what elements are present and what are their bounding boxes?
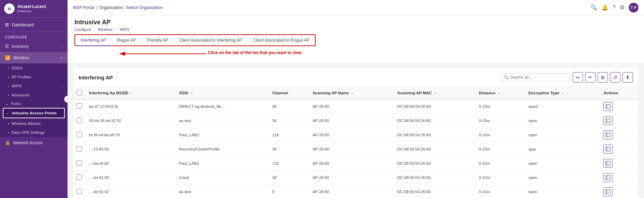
sort-ssid[interactable]: ≡ — [191, 92, 193, 95]
cell-bssid-2: bc:f6:e4:ba:a9:70 — [86, 128, 176, 142]
tab-interfering-ap[interactable]: Interfering AP — [75, 35, 112, 46]
arrow-svg — [74, 46, 282, 63]
tab-client-interfering[interactable]: Client Associated to Interfering AP — [174, 35, 247, 46]
help-icon[interactable]: ? — [612, 5, 616, 11]
cell-scanning-mac-5: DC:08:56:54:26:60 — [394, 171, 475, 185]
sort-scanning-mac[interactable]: ≡ — [434, 92, 436, 95]
breadcrumb-sep1: – — [94, 27, 96, 32]
sidebar-item-wips[interactable]: ● WIPS › — [0, 81, 68, 91]
sidebar-item-advanced[interactable]: ● Advanced — [0, 91, 68, 100]
cell-channel-5: 36 — [269, 171, 309, 185]
settings-icon[interactable]: ⚙ — [620, 4, 625, 11]
page-header: Intrusive AP Configure – Wireless – WIPS… — [68, 15, 644, 64]
cell-ssid-1: ax-test — [176, 114, 269, 128]
svg-rect-2 — [606, 104, 610, 109]
row-checkbox-0[interactable] — [77, 103, 82, 109]
header-encryption: Encryption Type ≡ — [525, 87, 600, 99]
wireless-arrow: ∧ — [60, 56, 63, 60]
toolbar-edit-btn[interactable]: ✏ — [585, 72, 596, 83]
wireless-attacks-label: Wireless Attacks — [11, 121, 41, 126]
row-checkbox-1[interactable] — [77, 118, 82, 123]
bell-icon[interactable]: 🔔 — [601, 4, 608, 11]
wireless-label: Wireless — [13, 55, 60, 60]
sort-scanning-name[interactable]: ≡ — [351, 92, 353, 95]
action-expand-5[interactable] — [603, 173, 612, 182]
sidebar-item-intrusive-access-points[interactable]: ● Intrusive Access Points — [3, 108, 65, 118]
sidebar-item-rf-profiles[interactable]: ● RF Profiles — [0, 72, 68, 81]
switch-org-link[interactable]: Switch Organization — [126, 5, 163, 10]
brand-sub: Enterprise — [17, 9, 46, 13]
sidebar-item-wireless[interactable]: 📶 Wireless ∧ — [0, 52, 68, 63]
action-expand-1[interactable] — [603, 116, 612, 125]
cell-distance-6: 0-15m — [475, 185, 525, 198]
cell-ssid-4: Paul_LAB2 — [176, 156, 269, 171]
cell-channel-1: 36 — [269, 114, 309, 128]
sidebar-item-network-access[interactable]: 🔒 Network Access — [0, 137, 68, 148]
ssids-label: SSIDs — [11, 66, 23, 70]
action-expand-2[interactable] — [603, 130, 612, 139]
cell-encryption-5: open — [525, 171, 600, 185]
tab-friendly-ap[interactable]: Friendly AP — [141, 35, 174, 46]
sidebar-collapse-button[interactable]: ‹ — [64, 96, 71, 103]
sidebar-item-dashboard[interactable]: ⊞ Dashboard — [0, 18, 68, 32]
table-row: ...:ba:c6:d0 Paul_LAB2 132 AP-26:60 DC:0… — [73, 156, 638, 171]
cell-encryption-2: open — [525, 128, 600, 142]
row-checkbox-5[interactable] — [77, 174, 82, 180]
policy-text: Policy — [11, 102, 21, 106]
header-checkbox-col — [73, 87, 86, 99]
sidebar-item-wireless-attacks[interactable]: ● Wireless Attacks — [0, 119, 68, 128]
cell-checkbox-1 — [73, 114, 86, 128]
toolbar-refresh-btn[interactable]: ↺ — [610, 72, 620, 83]
logo-letter: n — [8, 6, 11, 11]
policy-label: ● Policy — [0, 100, 68, 107]
header-actions: Actions — [600, 87, 638, 99]
toolbar-expand-btn[interactable]: ⇔ — [573, 72, 583, 83]
cell-scanning-name-0: AP-26:60 — [309, 99, 394, 114]
search-icon[interactable]: 🔍 — [590, 4, 597, 11]
tab-rogue-ap[interactable]: Rogue AP — [112, 35, 141, 46]
row-checkbox-3[interactable] — [77, 146, 82, 152]
breadcrumb-wireless[interactable]: Wireless — [98, 27, 113, 32]
rf-bullet: ● — [8, 76, 9, 78]
wips-arrow: › — [62, 84, 63, 88]
tab-client-rogue[interactable]: Client Associated to Rogue AP — [248, 35, 315, 46]
msp-portal-link[interactable]: MSP Portal — [73, 5, 94, 10]
sort-distance[interactable]: ≡ — [498, 92, 500, 95]
sidebar-item-inventory[interactable]: ☰ Inventory › — [0, 41, 68, 52]
sidebar-item-data-vpn[interactable]: ● Data VPN Settings — [0, 128, 68, 137]
action-expand-0[interactable] — [603, 102, 612, 111]
wireless-attacks-bullet: ● — [8, 122, 9, 125]
search-box[interactable]: 🔍 — [501, 73, 570, 81]
action-expand-6[interactable] — [603, 187, 612, 196]
cell-channel-0: 36 — [269, 99, 309, 114]
header-distance: Distance ≡ — [475, 87, 525, 99]
row-checkbox-4[interactable] — [77, 160, 82, 166]
sort-encryption[interactable]: ≡ — [562, 92, 564, 95]
page-title: Intrusive AP — [74, 19, 637, 26]
row-checkbox-2[interactable] — [77, 132, 82, 137]
intrusive-label: Intrusive Access Points — [12, 111, 57, 115]
user-avatar[interactable]: T P — [629, 3, 638, 12]
search-input[interactable] — [510, 75, 567, 80]
toolbar-columns-btn[interactable]: ⊞ — [598, 72, 608, 83]
action-expand-3[interactable] — [603, 145, 612, 154]
logo-text: Alcatel-Lucent Enterprise — [17, 4, 46, 13]
annotation-area: Click on the tab of the list that you wa… — [74, 46, 637, 63]
select-all-checkbox[interactable] — [77, 90, 82, 95]
table-row: be:d7:13:0f:f2:fd DIRECT-og-Android_8b..… — [73, 99, 638, 114]
cell-bssid-3: ...:15:85:50 — [86, 142, 176, 156]
breadcrumb-configure[interactable]: Configure — [74, 27, 91, 32]
toolbar-upload-btn[interactable]: ⬆ — [623, 72, 633, 83]
cell-distance-3: 0-15m — [475, 142, 525, 156]
org-label: Organization: — [99, 5, 124, 10]
row-checkbox-6[interactable] — [77, 189, 82, 194]
cell-distance-2: 0-15m — [475, 128, 525, 142]
cell-bssid-0: be:d7:13:0f:f2:fd — [86, 99, 176, 114]
action-expand-4[interactable] — [603, 159, 612, 168]
sort-bssid[interactable]: ≡ — [131, 92, 133, 95]
toolbar-buttons: ⇔ ✏ ⊞ ↺ ⬆ — [573, 72, 633, 83]
cell-ssid-0: DIRECT-og-Android_8b... — [176, 99, 269, 114]
cell-scanning-mac-4: DC:08:56:54:26:60 — [394, 156, 475, 171]
sidebar-item-ssids[interactable]: ● SSIDs — [0, 63, 68, 72]
breadcrumb-wips[interactable]: WIPS — [120, 27, 129, 32]
